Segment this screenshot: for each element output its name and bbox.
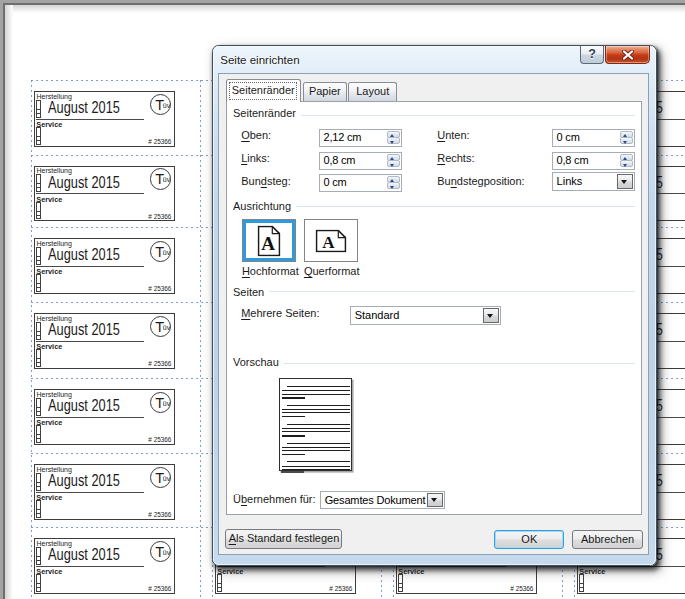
svg-text:A: A (322, 233, 335, 252)
svg-text:A: A (261, 233, 275, 254)
